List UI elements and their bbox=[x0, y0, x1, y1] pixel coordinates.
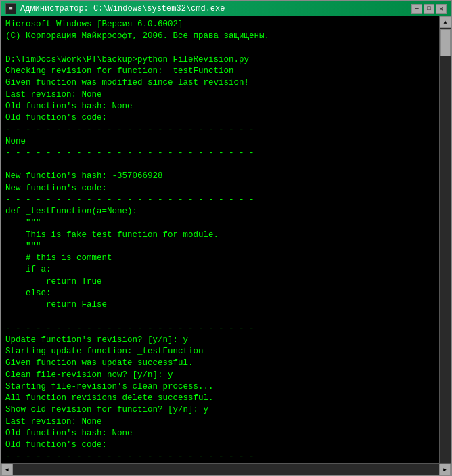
main-content: Microsoft Windows [Версия 6.0.6002] (С) … bbox=[1, 16, 451, 463]
title-bar-left: ■ Администратор: C:\Windows\system32\cmd… bbox=[5, 3, 225, 14]
title-bar-buttons: ─ □ ✕ bbox=[411, 4, 447, 14]
window-title: Администратор: C:\Windows\system32\cmd.e… bbox=[20, 4, 225, 14]
console-output[interactable]: Microsoft Windows [Версия 6.0.6002] (С) … bbox=[1, 16, 439, 463]
horizontal-scrollbar-track[interactable] bbox=[13, 464, 439, 475]
close-button[interactable]: ✕ bbox=[436, 4, 447, 14]
scroll-right-button[interactable]: ► bbox=[439, 464, 451, 475]
vertical-scrollbar[interactable]: ▲ bbox=[439, 16, 451, 463]
bottom-bar: ◄ ► bbox=[1, 463, 451, 475]
title-bar: ■ Администратор: C:\Windows\system32\cmd… bbox=[1, 1, 451, 16]
minimize-button[interactable]: ─ bbox=[411, 4, 422, 14]
cmd-icon: ■ bbox=[5, 3, 16, 14]
cmd-window: ■ Администратор: C:\Windows\system32\cmd… bbox=[0, 0, 452, 476]
scrollbar-thumb[interactable] bbox=[440, 29, 451, 56]
maximize-button[interactable]: □ bbox=[424, 4, 434, 14]
scroll-up-button[interactable]: ▲ bbox=[440, 16, 451, 28]
scroll-left-button[interactable]: ◄ bbox=[1, 464, 13, 475]
